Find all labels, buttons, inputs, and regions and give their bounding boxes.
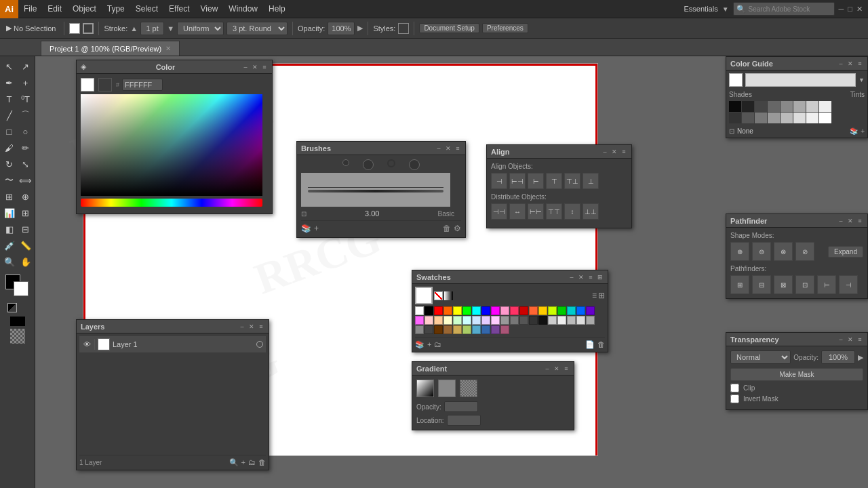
direct-selection-tool[interactable]: ↗ (18, 59, 33, 74)
color-panel-minimize[interactable]: – (242, 64, 249, 70)
minimize-btn[interactable]: ─ (839, 5, 844, 13)
add-anchor-tool[interactable]: + (18, 75, 33, 90)
gradient-fill-icon[interactable] (18, 303, 28, 312)
merge-btn[interactable]: ⊠ (774, 275, 793, 294)
swatch-color-6[interactable] (472, 306, 481, 315)
layers-close[interactable]: ✕ (248, 323, 255, 330)
rectangle-tool[interactable]: □ (2, 124, 17, 139)
swatch-color-14[interactable] (548, 306, 557, 315)
swatch-color-11[interactable] (519, 306, 528, 315)
color-guide-menu[interactable]: ≡ (856, 60, 863, 67)
color-guide-header[interactable]: Color Guide – ✕ ≡ (726, 57, 867, 70)
color-fg-swatch[interactable] (81, 78, 94, 92)
close-btn[interactable]: ✕ (856, 5, 863, 14)
guide-base-swatch[interactable] (729, 73, 743, 87)
layers-minimize[interactable]: – (239, 323, 245, 330)
swatch-color-15[interactable] (557, 306, 566, 315)
color-panel-close[interactable]: ✕ (252, 64, 258, 70)
menu-effect[interactable]: Effect (163, 0, 195, 18)
swatch-color-0[interactable] (415, 306, 424, 315)
gradient-preview-2[interactable] (438, 380, 456, 397)
swatch-color-20[interactable] (425, 316, 433, 325)
stroke-width-arrow[interactable]: ▲ (130, 24, 138, 33)
guide-swatch-0[interactable] (729, 113, 741, 123)
swatch-color-38[interactable] (415, 325, 424, 334)
swatch-color-19[interactable] (415, 316, 424, 325)
transparency-close[interactable]: ✕ (847, 336, 854, 343)
distribute-right[interactable]: ⊢⊢ (528, 203, 544, 220)
swatch-color-16[interactable] (567, 306, 576, 315)
unite-btn[interactable]: ⊕ (730, 242, 749, 261)
white-swatch[interactable] (415, 287, 433, 304)
brush-preset-2[interactable] (363, 159, 374, 170)
distribute-bottom[interactable]: ⊥⊥ (583, 203, 599, 220)
align-top-edge[interactable]: ⊤ (546, 173, 562, 189)
guide-harmony-dropdown[interactable]: ▼ (859, 77, 865, 83)
swatches-tile-view[interactable]: ⊞ (598, 291, 605, 300)
layer-row-1[interactable]: 👁 Layer 1 (79, 336, 266, 352)
graph-tool[interactable]: 📊 (2, 205, 17, 220)
blend-mode-select[interactable]: Normal Multiply Screen Overlay (730, 350, 791, 364)
brushes-menu[interactable]: ≡ (454, 145, 461, 152)
color-panel-header[interactable]: ◈ Color – ✕ ≡ (77, 60, 272, 74)
gradient-minimize[interactable]: – (544, 365, 551, 372)
swatch-color-4[interactable] (453, 306, 462, 315)
transparency-menu[interactable]: ≡ (856, 336, 863, 343)
swatch-color-24[interactable] (462, 316, 471, 325)
layers-add-icon[interactable]: + (241, 458, 245, 467)
transparency-minimize[interactable]: – (837, 336, 844, 343)
swatch-color-9[interactable] (500, 306, 509, 315)
layers-panel-header[interactable]: Layers – ✕ ≡ (77, 320, 269, 333)
stroke-type-select[interactable]: Uniform (177, 22, 224, 35)
layer-visibility-icon[interactable]: 👁 (82, 340, 92, 349)
distribute-left[interactable]: ⊣⊣ (491, 203, 507, 220)
menu-type[interactable]: Type (102, 0, 130, 18)
gradient-panel-header[interactable]: Gradient – ✕ ≡ (412, 362, 574, 375)
opacity-expand[interactable]: ▶ (357, 24, 363, 33)
swatch-color-2[interactable] (434, 306, 443, 315)
none-fill-icon[interactable] (7, 303, 17, 312)
ellipse-tool[interactable]: ○ (18, 124, 33, 139)
layers-delete-icon[interactable]: 🗑 (258, 458, 266, 467)
swatch-color-17[interactable] (576, 306, 585, 315)
pathfinder-header[interactable]: Pathfinder – ✕ ≡ (726, 214, 867, 228)
gradient-close[interactable]: ✕ (553, 365, 560, 372)
free-transform-tool[interactable]: ⊞ (2, 189, 17, 204)
swatch-color-34[interactable] (557, 316, 566, 325)
color-bg-swatch[interactable] (98, 78, 112, 92)
selection-tool[interactable]: ↖ (2, 59, 17, 74)
guide-swatch-1[interactable] (742, 113, 754, 123)
pen-tool[interactable]: ✒ (2, 75, 17, 90)
distribute-center-v[interactable]: ↕ (564, 203, 580, 220)
brush-add-icon[interactable]: + (314, 224, 319, 233)
brush-settings-icon[interactable]: ⚙ (454, 224, 461, 233)
guide-swatch-5[interactable] (793, 101, 806, 112)
swatch-color-42[interactable] (453, 325, 462, 334)
align-left-edge[interactable]: ⊣ (491, 173, 507, 189)
color-hex-input[interactable]: FFFFFF (122, 79, 163, 91)
color-spectrum[interactable] (81, 94, 262, 196)
swatch-color-1[interactable] (425, 306, 433, 315)
brush-preset-1[interactable] (342, 159, 349, 166)
intersect-btn[interactable]: ⊗ (774, 242, 793, 261)
gradient-opacity-input[interactable] (444, 401, 478, 412)
guide-swatch-2[interactable] (755, 113, 767, 123)
stroke-swatch[interactable] (83, 23, 94, 34)
styles-swatch[interactable] (398, 23, 409, 34)
swatch-color-37[interactable] (586, 316, 595, 325)
guide-swatch-6[interactable] (806, 113, 818, 123)
invert-mask-checkbox[interactable] (730, 394, 739, 403)
swatch-color-27[interactable] (491, 316, 500, 325)
swatch-color-8[interactable] (491, 306, 500, 315)
essentials-dropdown[interactable]: ▼ (722, 5, 729, 13)
guide-swatch-7[interactable] (819, 113, 831, 123)
menu-file[interactable]: File (18, 0, 42, 18)
align-minimize[interactable]: – (601, 148, 608, 155)
gradient-tool[interactable]: ◧ (2, 222, 17, 237)
swatch-color-5[interactable] (462, 306, 471, 315)
color-guide-close[interactable]: ✕ (847, 60, 854, 67)
swatch-color-7[interactable] (481, 306, 490, 315)
pathfinder-menu[interactable]: ≡ (856, 218, 863, 224)
document-tab[interactable]: Project 1 @ 100% (RGB/Preview) ✕ (41, 41, 180, 56)
measure-tool[interactable]: 📏 (18, 238, 33, 253)
